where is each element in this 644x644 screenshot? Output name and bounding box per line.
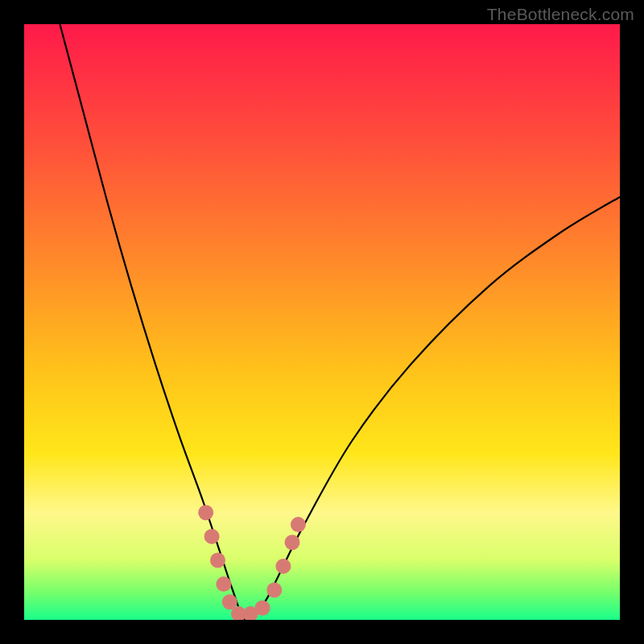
marker-dot (204, 529, 220, 544)
marker-dot (266, 583, 282, 598)
bottleneck-curve (60, 24, 620, 620)
marker-dot (210, 553, 225, 568)
marker-dot (291, 517, 306, 532)
marker-dot (255, 601, 270, 616)
marker-dots-group (198, 505, 306, 620)
marker-dot (285, 535, 300, 550)
marker-dot (198, 505, 213, 520)
plot-area (24, 24, 620, 620)
watermark-text: TheBottleneck.com (487, 5, 634, 24)
marker-dot (216, 576, 231, 592)
curve-layer (24, 24, 620, 620)
marker-dot (275, 559, 291, 574)
